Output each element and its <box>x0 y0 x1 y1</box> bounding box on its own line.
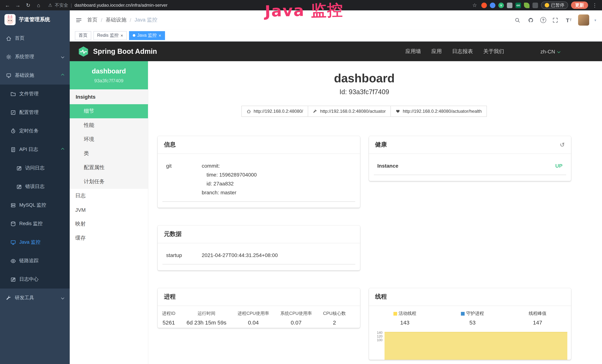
legend-label-row: 活动线程 <box>393 310 416 317</box>
sba-item-configprops[interactable]: 配置属性 <box>70 161 148 175</box>
tag-home[interactable]: 首页 <box>75 31 91 40</box>
sidebar-item-redis-monitor[interactable]: Redis 监控 <box>0 214 70 233</box>
extensions-puzzle-icon[interactable] <box>532 2 538 8</box>
sidebar-item-access-log[interactable]: 访问日志 <box>0 159 70 177</box>
sba-content: dashboard Id: 93a3fc7f7409 http://192.16… <box>148 61 602 364</box>
bookmark-star-icon[interactable]: ☆ <box>471 1 478 9</box>
health-url-link[interactable]: http://192.168.0.2:48080/actuator/health <box>390 106 487 117</box>
sidebar-item-home[interactable]: 首页 <box>0 29 70 47</box>
edit-square-icon <box>10 110 16 115</box>
status-badge: UP <box>555 161 562 170</box>
threads-legend: 活动线程 143 守护进程 <box>369 306 571 326</box>
extension-vue-icon[interactable]: v <box>498 2 504 8</box>
locale-label: zh-CN <box>540 48 555 54</box>
sidebar-item-mysql-monitor[interactable]: MySQL 监控 <box>0 196 70 214</box>
sba-nav-about[interactable]: 关于我们 <box>483 48 504 55</box>
sba-brand-title: Spring Boot Admin <box>93 47 157 55</box>
legend-label: 活动线程 <box>399 310 416 317</box>
font-size-icon[interactable]: TT <box>565 16 573 24</box>
sba-item-environment[interactable]: 环境 <box>70 132 148 147</box>
extension-drop-icon[interactable] <box>490 2 495 8</box>
sidebar-item-label: 配置管理 <box>19 109 39 116</box>
sba-item-details[interactable]: 细节 <box>70 104 148 118</box>
close-icon[interactable]: × <box>120 33 123 38</box>
chevron-up-icon <box>61 148 64 151</box>
extension-grid-icon[interactable] <box>507 2 512 8</box>
app-logo-row[interactable]: 芋道管理系统 <box>0 11 70 29</box>
health-instance-row[interactable]: Instance UP <box>374 157 566 175</box>
fullscreen-icon[interactable] <box>551 16 559 24</box>
url-text[interactable]: dashboard.yudao.iocoder.cn/infra/admin-s… <box>75 3 168 8</box>
breadcrumb-home[interactable]: 首页 <box>87 17 97 23</box>
user-avatar[interactable] <box>578 14 589 26</box>
close-icon[interactable]: × <box>159 33 161 38</box>
update-button[interactable]: 更新 <box>571 1 588 9</box>
warning-icon: ⚠ <box>48 3 52 8</box>
browser-home-icon[interactable]: ⌂ <box>35 1 42 9</box>
history-icon[interactable]: ↺ <box>560 142 565 148</box>
sba-nav-applications[interactable]: 应用 <box>431 48 442 55</box>
sidebar-item-label: 错误日志 <box>25 183 44 190</box>
browser-toolbar: ← → ↻ ⌂ ⚠ 不安全 | dashboard.yudao.iocoder.… <box>0 0 602 11</box>
sba-item-mappings[interactable]: 映射 <box>70 217 148 231</box>
browser-menu-icon[interactable]: ⋮ <box>591 1 599 9</box>
spring-boot-admin-logo-icon <box>78 46 89 57</box>
github-icon[interactable] <box>527 16 535 24</box>
sba-item-caches[interactable]: 缓存 <box>70 231 148 245</box>
instance-header[interactable]: dashboard 93a3fc7f7409 <box>70 61 148 89</box>
extension-leaf-icon[interactable] <box>524 2 529 8</box>
forward-icon[interactable]: → <box>14 1 22 9</box>
avatar-caret-icon[interactable]: ▾ <box>594 18 596 22</box>
paused-badge[interactable]: 已暂停 <box>541 1 568 9</box>
axis-tick: 100 <box>377 338 383 342</box>
security-label[interactable]: 不安全 <box>55 2 68 8</box>
tags-view-bar: 首页 Redis 监控 × Java 监控 × <box>70 30 602 42</box>
monitor-icon <box>10 239 16 245</box>
live-threads-area <box>384 332 567 360</box>
actuator-url-link[interactable]: http://192.168.0.2:48080/actuator <box>308 106 391 117</box>
back-icon[interactable]: ← <box>4 1 11 9</box>
address-bar[interactable]: ⚠ 不安全 | dashboard.yudao.iocoder.cn/infra… <box>45 2 468 8</box>
sba-item-classes[interactable]: 类 <box>70 147 148 161</box>
sidebar-item-label: API 日志 <box>19 146 38 153</box>
sidebar-item-infra[interactable]: 基础设施 <box>0 66 70 85</box>
sba-nav-wallboard[interactable]: 应用墙 <box>406 48 421 55</box>
extension-lion-icon[interactable] <box>481 2 487 8</box>
reload-icon[interactable]: ↻ <box>24 1 32 9</box>
sidebar-item-error-log[interactable]: 错误日志 <box>0 177 70 196</box>
sidebar-item-scheduled-job[interactable]: 定时任务 <box>0 122 70 140</box>
sidebar-item-java-monitor[interactable]: Java 监控 <box>0 233 70 251</box>
app-frame: 芋道管理系统 首页 系统管理 基础设施 文件管理 配 <box>0 11 602 364</box>
sba-navbar: Spring Boot Admin 应用墙 应用 日志报表 关于我们 zh-CN <box>70 42 602 61</box>
sba-item-logfile[interactable]: 日志 <box>70 189 148 203</box>
sba-item-jvm[interactable]: JVM <box>70 203 148 217</box>
tag-redis-monitor[interactable]: Redis 监控 × <box>93 31 127 40</box>
sidebar-item-log-center[interactable]: 日志中心 <box>0 270 70 289</box>
info-key: git <box>166 161 202 197</box>
hamburger-icon[interactable] <box>76 17 82 23</box>
sba-item-scheduledtasks[interactable]: 计划任务 <box>70 175 148 189</box>
tag-java-monitor[interactable]: Java 监控 × <box>129 31 165 40</box>
stat-value: 5261 <box>163 319 175 326</box>
infrastructure-icon <box>6 73 11 78</box>
sidebar-item-trace[interactable]: 链路追踪 <box>0 251 70 270</box>
sba-brand[interactable]: Spring Boot Admin <box>78 46 157 57</box>
axis-tick: 120 <box>377 334 383 338</box>
sidebar-item-file-manage[interactable]: 文件管理 <box>0 85 70 103</box>
root-url-link[interactable]: http://192.168.0.2:48080/ <box>241 106 308 117</box>
help-icon[interactable]: ? <box>540 17 546 23</box>
folder-icon <box>10 91 16 96</box>
locale-select[interactable]: zh-CN <box>540 48 560 54</box>
card-title: 信息 <box>164 141 176 149</box>
sba-item-metrics[interactable]: 性能 <box>70 118 148 132</box>
breadcrumb-section[interactable]: 基础设施 <box>106 17 127 23</box>
sidebar-item-api-log[interactable]: API 日志 <box>0 140 70 159</box>
sidebar-item-system[interactable]: 系统管理 <box>0 47 70 66</box>
search-icon[interactable] <box>514 16 522 24</box>
sidebar-item-devtools[interactable]: 研发工具 <box>0 289 70 307</box>
sidebar-item-label: Redis 监控 <box>19 220 43 227</box>
stat-label: 运行时间 <box>198 310 215 317</box>
sidebar-item-config-manage[interactable]: 配置管理 <box>0 103 70 122</box>
sba-nav-journal[interactable]: 日志报表 <box>452 48 473 55</box>
extension-on-badge[interactable]: on <box>516 2 521 8</box>
